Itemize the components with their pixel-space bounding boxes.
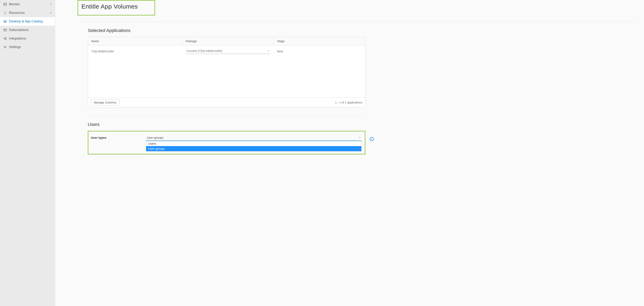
user-types-highlight: User types User groups Users User groups	[88, 131, 366, 154]
section-divider	[88, 116, 366, 116]
gear-icon	[3, 45, 7, 49]
users-heading: Users	[88, 122, 366, 127]
selected-applications-heading: Selected Applications	[88, 28, 366, 33]
page-title: Entitle App Volumes	[82, 3, 142, 10]
layers-icon	[3, 19, 7, 23]
sidebar-item-label: Integrations	[9, 37, 52, 40]
nodes-icon	[3, 37, 7, 40]
grid-icon	[3, 11, 7, 15]
svg-point-7	[4, 14, 4, 14]
cell-name: 7Zip-64Win1064	[88, 45, 182, 57]
svg-point-15	[6, 39, 6, 40]
col-header-name[interactable]: Name	[88, 37, 182, 45]
svg-rect-11	[4, 29, 6, 31]
sidebar: Monitor Resources Desktop & App Catalog	[0, 0, 55, 306]
svg-point-2	[5, 12, 5, 12]
package-select[interactable]: Current (7Zip-64Win1064)	[186, 48, 270, 54]
sidebar-item-label: Monitor	[9, 2, 48, 6]
svg-point-4	[4, 13, 4, 13]
table-footer-count: 1 - 1 of 1 applications	[335, 101, 362, 104]
svg-point-14	[6, 37, 6, 38]
applications-table: Name Package Stage 7Zip-64Win1064 Curren…	[88, 37, 366, 107]
svg-point-5	[5, 13, 5, 13]
sidebar-item-monitor[interactable]: Monitor	[0, 0, 55, 8]
svg-line-17	[4, 39, 6, 39]
sidebar-item-integrations[interactable]: Integrations	[0, 34, 55, 43]
svg-point-6	[6, 13, 6, 13]
page-title-highlight: Entitle App Volumes	[78, 0, 155, 15]
sidebar-item-subscriptions[interactable]: Subscriptions	[0, 26, 55, 34]
col-header-stage[interactable]: Stage	[274, 37, 365, 45]
svg-line-16	[4, 38, 6, 38]
svg-point-18	[5, 47, 6, 48]
svg-marker-10	[4, 20, 6, 22]
svg-point-13	[4, 38, 4, 39]
sidebar-item-label: Desktop & App Catalog	[9, 19, 52, 23]
package-select-value: Current (7Zip-64Win1064)	[187, 49, 222, 53]
user-types-option-users[interactable]: Users	[146, 141, 361, 146]
sidebar-item-label: Settings	[9, 45, 52, 49]
chevron-down-icon	[359, 136, 361, 139]
table-row[interactable]: 7Zip-64Win1064 Current (7Zip-64Win1064) …	[88, 45, 365, 57]
svg-point-3	[6, 12, 6, 12]
card-icon	[3, 28, 7, 32]
sidebar-item-resources[interactable]: Resources	[0, 8, 55, 17]
manage-columns-button[interactable]: Manage Columns	[91, 99, 120, 106]
cell-stage: New	[274, 45, 365, 57]
chevron-right-icon	[50, 3, 52, 6]
sidebar-item-label: Subscriptions	[9, 28, 52, 32]
chevron-right-icon	[50, 11, 52, 14]
chart-icon	[3, 2, 7, 6]
svg-point-1	[4, 12, 4, 12]
user-types-label: User types	[91, 136, 140, 139]
chevron-down-icon	[267, 49, 269, 52]
col-header-package[interactable]: Package	[182, 37, 274, 45]
user-types-dropdown: Users User groups	[146, 141, 362, 151]
sidebar-item-desktop-app-catalog[interactable]: Desktop & App Catalog	[0, 17, 55, 26]
user-types-select[interactable]: User groups	[146, 136, 362, 141]
sidebar-item-label: Resources	[9, 11, 48, 15]
svg-point-8	[5, 14, 5, 14]
svg-point-9	[6, 14, 6, 14]
user-types-option-user-groups[interactable]: User groups	[146, 146, 361, 151]
user-types-selected-value: User groups	[147, 136, 164, 139]
info-icon[interactable]: i	[370, 137, 374, 141]
sidebar-item-settings[interactable]: Settings	[0, 43, 55, 51]
main-content: Entitle App Volumes Selected Application…	[55, 0, 644, 306]
